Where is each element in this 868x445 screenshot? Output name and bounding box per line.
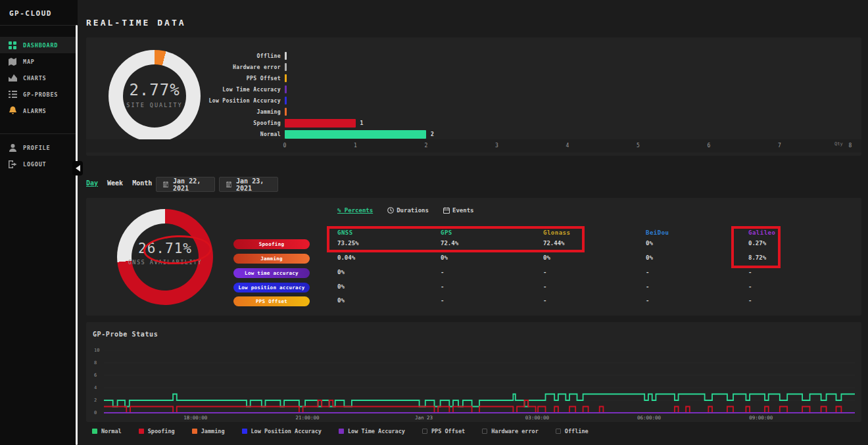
legend-item-offline[interactable]: Offline <box>556 428 589 434</box>
collapse-left-icon <box>76 165 80 172</box>
legend-label: Jamming <box>201 428 225 434</box>
row-pill-low-time-accuracy[interactable]: Low time accuracy <box>233 268 310 278</box>
sidebar-item-label: GP-PROBES <box>23 91 58 98</box>
table-cell: 0% <box>543 254 550 261</box>
bar-row: Low Time Accuracy <box>86 85 861 94</box>
x-axis-tick-label: 2 <box>425 143 428 149</box>
clock-icon <box>387 207 394 214</box>
row-pill-pps-offset[interactable]: PPS Offset <box>233 296 310 306</box>
sidebar-collapse-button[interactable] <box>72 161 83 176</box>
probe-x-tick-label: 06:00:00 <box>637 415 661 421</box>
period-tab-week[interactable]: Week <box>107 179 123 188</box>
probe-y-tick-label: 10 <box>94 348 101 353</box>
sidebar-item-label: MAP <box>23 59 35 65</box>
legend-item-low-time-accuracy[interactable]: Low Time Accuracy <box>339 428 405 434</box>
calendar-icon <box>163 181 168 188</box>
app-root: GP-CLOUD DASHBOARD MAP CHARTS <box>0 0 868 445</box>
sidebar-item-map[interactable]: MAP <box>0 53 76 70</box>
availability-panel: 26.71% GNSS AVAILABILITY % Percents Dura… <box>86 198 861 316</box>
row-pill-spoofing[interactable]: Spoofing <box>233 239 310 249</box>
legend-item-spoofing[interactable]: Spoofing <box>139 428 175 434</box>
bar-fill[interactable] <box>285 130 426 139</box>
legend-item-low-position-accuracy[interactable]: Low Position Accuracy <box>242 428 322 434</box>
probe-x-tick-label: 21:00:00 <box>295 415 319 421</box>
sidebar-item-profile[interactable]: PROFILE <box>0 139 76 156</box>
sidebar-item-gp-probes[interactable]: GP-PROBES <box>0 86 76 103</box>
probe-status-chart <box>104 350 855 414</box>
legend-item-jamming[interactable]: Jamming <box>192 428 225 434</box>
legend-label: Normal <box>101 428 122 434</box>
legend-item-hardware-error[interactable]: Hardware error <box>482 428 539 434</box>
alarm-bell-icon <box>8 106 17 116</box>
table-cell: - <box>646 269 649 275</box>
sidebar-item-charts[interactable]: CHARTS <box>0 70 76 86</box>
legend-swatch <box>422 429 427 434</box>
bar-category-label: Hardware error <box>233 64 281 70</box>
sidebar-item-label: DASHBOARD <box>23 42 58 49</box>
brand-logo: GP-CLOUD <box>0 0 78 18</box>
table-column-header-glonass: Glonass <box>543 229 570 236</box>
profile-icon <box>8 143 17 152</box>
legend-item-pps-offset[interactable]: PPS Offset <box>422 428 465 434</box>
bar-value-label: 1 <box>360 120 364 126</box>
period-tab-day[interactable]: Day <box>86 179 98 188</box>
tab-events[interactable]: Events <box>443 207 474 214</box>
tab-label: Durations <box>397 207 429 214</box>
status-bar-chart: OfflineHardware errorPPS OffsetLow Time … <box>86 37 861 156</box>
tab-label: Events <box>452 207 474 214</box>
legend-label: Offline <box>565 428 589 434</box>
table-cell: - <box>646 283 649 290</box>
map-icon <box>8 57 17 66</box>
bar-category-label: PPS Offset <box>247 76 281 82</box>
x-axis-tick-label: 8 <box>849 143 852 149</box>
bar-row: Normal2 <box>86 129 861 139</box>
legend-item-normal[interactable]: Normal <box>92 428 122 434</box>
sidebar-nav: DASHBOARD MAP CHARTS <box>0 37 76 119</box>
table-cell: - <box>646 297 649 304</box>
row-pill-low-position-accuracy[interactable]: Low position accuracy <box>233 283 310 293</box>
table-cell: 0.04% <box>337 254 355 261</box>
probe-y-tick-label: 8 <box>94 360 101 365</box>
table-cell: - <box>441 269 444 275</box>
table-cell: 0% <box>337 297 345 304</box>
bar-category-tick <box>285 74 287 82</box>
bar-row: PPS Offset <box>86 74 861 83</box>
date-from-picker[interactable]: Jan 22, 2021 <box>156 177 215 192</box>
bar-category-label: Low Position Accuracy <box>208 98 281 104</box>
dashboard-grid-icon <box>8 41 17 50</box>
x-axis-tick-label: 1 <box>354 143 357 149</box>
x-axis-tick-label: 7 <box>778 143 781 149</box>
bar-value-label: 2 <box>431 131 434 137</box>
row-pill-jamming[interactable]: Jamming <box>233 254 310 264</box>
table-cell: 0% <box>646 240 653 246</box>
legend-swatch <box>92 429 97 434</box>
calendar-icon <box>226 181 231 188</box>
sidebar-item-dashboard[interactable]: DASHBOARD <box>0 37 76 53</box>
bar-row: Hardware error <box>86 62 861 72</box>
legend-swatch <box>139 429 144 434</box>
bar-category-tick <box>285 52 287 60</box>
legend-swatch <box>242 429 247 434</box>
legend-label: Low Time Accuracy <box>348 428 405 434</box>
legend-label: PPS Offset <box>431 428 465 434</box>
table-cell: - <box>748 269 752 275</box>
probe-y-tick-label: 6 <box>94 373 101 378</box>
bar-fill[interactable] <box>285 119 356 128</box>
sidebar-item-alarms[interactable]: ALARMS <box>0 103 76 119</box>
logout-icon <box>8 160 17 169</box>
bar-category-tick <box>285 108 287 116</box>
sidebar-item-logout[interactable]: LOGOUT <box>0 156 76 172</box>
legend-swatch <box>192 429 197 434</box>
page-title: REAL-TIME DATA <box>86 18 186 28</box>
sidebar-item-label: PROFILE <box>23 145 50 151</box>
sidebar-scrollbar[interactable] <box>76 25 78 445</box>
table-cell: - <box>543 297 546 304</box>
tab-durations[interactable]: Durations <box>387 207 429 214</box>
period-tab-month[interactable]: Month <box>132 179 152 188</box>
date-to-picker[interactable]: Jan 23, 2021 <box>219 177 278 192</box>
x-axis-tick-label: 0 <box>283 143 287 149</box>
probes-list-icon <box>8 90 17 99</box>
table-cell: 73.25% <box>337 240 359 246</box>
tab-percents[interactable]: % Percents <box>337 207 373 214</box>
table-cell: - <box>543 283 546 290</box>
